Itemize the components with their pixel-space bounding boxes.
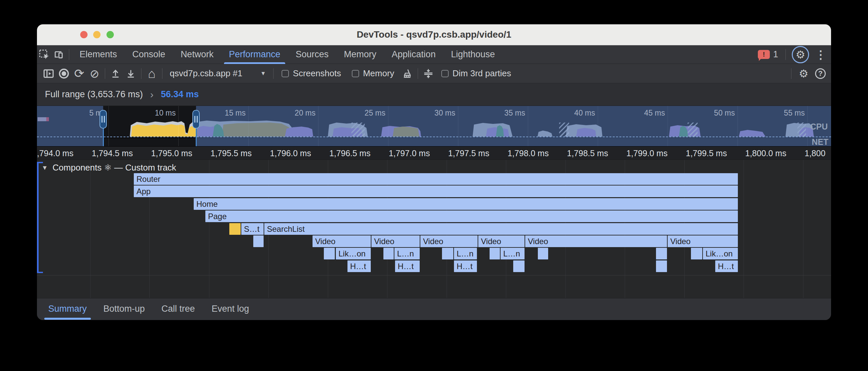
kebab-menu-icon[interactable]: ⋮ xyxy=(815,49,827,60)
flame-bar-h-t[interactable]: H…t xyxy=(395,260,420,272)
reload-record-button[interactable]: ⟳ xyxy=(71,66,87,81)
tab-memory[interactable]: Memory xyxy=(336,45,384,64)
devtools-window: DevTools - qsvd7p.csb.app/video/1 Elemen… xyxy=(37,24,831,320)
ruler-label: 25 ms xyxy=(365,109,385,118)
flame-bar-router[interactable]: Router xyxy=(134,173,738,185)
download-profile-icon[interactable] xyxy=(123,66,138,81)
flame-bar-l-n[interactable]: L…n xyxy=(394,248,420,259)
settings-gear-button[interactable]: ⚙ xyxy=(792,46,809,63)
zoom-button[interactable] xyxy=(106,31,114,38)
flame-bar-block[interactable] xyxy=(691,248,702,259)
checkbox-box xyxy=(441,70,448,77)
flame-bar-video[interactable]: Video xyxy=(421,235,477,247)
flame-bar-video[interactable]: Video xyxy=(312,235,371,247)
flame-bar-block[interactable] xyxy=(324,248,335,259)
checkbox-box xyxy=(352,70,359,77)
overview-gridline xyxy=(108,106,109,146)
collect-garbage-icon[interactable] xyxy=(400,66,415,81)
flame-bar-lik-on[interactable]: Lik…on xyxy=(336,248,371,259)
ruler-label: 40 ms xyxy=(574,109,595,118)
flame-bar-home[interactable]: Home xyxy=(194,198,738,210)
tab-bottom-up[interactable]: Bottom-up xyxy=(103,298,145,320)
console-error-icon[interactable]: ! xyxy=(758,50,770,59)
device-toolbar-icon[interactable] xyxy=(52,47,66,62)
full-range-crumb[interactable]: Full range (3,653.76 ms) xyxy=(45,89,143,99)
selection-right-line xyxy=(196,128,197,146)
flame-bar-h-t[interactable]: H…t xyxy=(454,260,477,272)
time-label: 1,796.0 ms xyxy=(270,146,311,160)
flame-bar-video[interactable]: Video xyxy=(668,235,738,247)
toolbar-right: ⚙ ? xyxy=(788,68,831,79)
ruler-label: 20 ms xyxy=(294,109,315,118)
upload-profile-icon[interactable] xyxy=(108,66,123,81)
tab-application[interactable]: Application xyxy=(384,45,443,64)
flame-bar-s-t[interactable]: S…t xyxy=(241,223,264,235)
flame-bar-block[interactable] xyxy=(513,260,525,272)
flame-bar-l-n[interactable]: L…n xyxy=(454,248,477,259)
flame-bar-video[interactable]: Video xyxy=(478,235,525,247)
home-icon[interactable]: ⌂ xyxy=(144,66,159,81)
performance-toolbar: ⟳ ⊘ ⌂ qsvd7p.csb.app #1 ▼ Screenshots Me… xyxy=(37,64,831,83)
flame-chart[interactable]: ▼ Components ⚛ — Custom track RouterAppH… xyxy=(37,160,831,298)
timeline-overview[interactable]: 5 ms10 ms15 ms20 ms25 ms30 ms35 ms40 ms4… xyxy=(37,106,831,146)
memory-checkbox[interactable]: Memory xyxy=(352,68,394,79)
flame-bar-h-t[interactable]: H…t xyxy=(347,260,371,272)
selected-range-crumb[interactable]: 56.34 ms xyxy=(161,89,199,99)
flame-bar-video[interactable]: Video xyxy=(371,235,420,247)
flame-bar-block[interactable] xyxy=(229,223,241,235)
help-icon[interactable]: ? xyxy=(815,68,826,79)
divider xyxy=(162,68,162,79)
inspect-element-icon[interactable] xyxy=(37,47,52,62)
time-label: 1,800 xyxy=(805,146,826,160)
record-button[interactable] xyxy=(56,66,71,81)
time-label: 1,798.0 ms xyxy=(507,146,549,160)
ruler-label: 10 ms xyxy=(155,109,176,118)
collapse-tracks-icon[interactable] xyxy=(421,66,436,81)
flame-bar-video[interactable]: Video xyxy=(525,235,667,247)
time-label: 1,794.0 ms xyxy=(37,146,73,160)
chevron-right-icon: › xyxy=(150,89,153,100)
selection-left-handle[interactable] xyxy=(99,110,107,129)
flame-bar-block[interactable] xyxy=(383,248,394,259)
flame-bar-l-n[interactable]: L…n xyxy=(501,248,525,259)
close-button[interactable] xyxy=(80,31,88,38)
gear-icon[interactable]: ⚙ xyxy=(799,68,808,79)
selection-right-handle[interactable] xyxy=(192,110,200,129)
tab-event-log[interactable]: Event log xyxy=(212,298,249,320)
clear-button[interactable]: ⊘ xyxy=(87,66,102,81)
error-count: 1 xyxy=(773,49,778,60)
tab-sources[interactable]: Sources xyxy=(288,45,336,64)
tab-console[interactable]: Console xyxy=(125,45,173,64)
selection-left-line xyxy=(103,128,104,146)
flame-bar-block[interactable] xyxy=(490,248,500,259)
tab-summary[interactable]: Summary xyxy=(48,298,87,320)
tab-elements[interactable]: Elements xyxy=(72,45,125,64)
flame-bar-block[interactable] xyxy=(656,260,667,272)
divider xyxy=(141,68,142,79)
flame-bar-block[interactable] xyxy=(442,248,453,259)
flame-bar-block[interactable] xyxy=(253,235,264,247)
flame-bars: RouterAppHomePageS…tSearchListVideoVideo… xyxy=(37,160,831,298)
toggle-sidebar-icon[interactable] xyxy=(41,66,56,81)
ruler-label: 50 ms xyxy=(714,109,735,118)
flame-bar-h-t[interactable]: H…t xyxy=(715,260,738,272)
dim-3rd-parties-checkbox[interactable]: Dim 3rd parties xyxy=(441,68,511,79)
tab-performance[interactable]: Performance xyxy=(221,45,288,64)
flame-bar-searchlist[interactable]: SearchList xyxy=(264,223,738,235)
tab-lighthouse[interactable]: Lighthouse xyxy=(443,45,502,64)
tab-network[interactable]: Network xyxy=(173,45,221,64)
flame-bar-page[interactable]: Page xyxy=(205,210,738,222)
flame-bar-app[interactable]: App xyxy=(134,186,738,197)
divider xyxy=(785,49,786,60)
target-selector[interactable]: qsvd7p.csb.app #1 ▼ xyxy=(165,68,271,79)
screenshots-checkbox[interactable]: Screenshots xyxy=(282,68,341,79)
flame-bar-lik-on[interactable]: Lik…on xyxy=(703,248,738,259)
divider xyxy=(69,49,69,60)
panel-tabs: ElementsConsoleNetworkPerformanceSources… xyxy=(72,45,502,64)
ruler-label: 35 ms xyxy=(504,109,525,118)
ruler-label: 30 ms xyxy=(434,109,455,118)
minimize-button[interactable] xyxy=(93,31,100,38)
flame-bar-block[interactable] xyxy=(538,248,548,259)
flame-bar-block[interactable] xyxy=(656,248,667,259)
tab-call-tree[interactable]: Call tree xyxy=(161,298,195,320)
